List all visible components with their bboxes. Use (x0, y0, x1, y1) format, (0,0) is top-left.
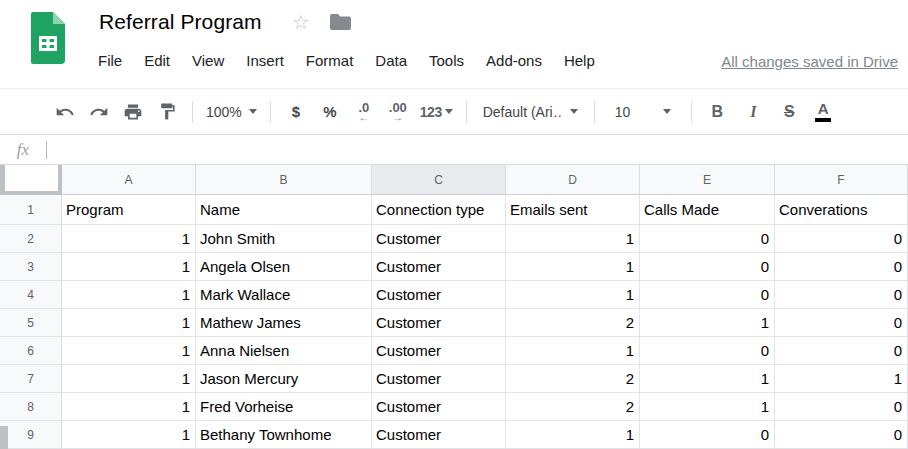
cell-D3[interactable]: 1 (506, 253, 640, 281)
cell-D7[interactable]: 2 (506, 365, 640, 393)
cell-D5[interactable]: 2 (506, 309, 640, 337)
cell-D1[interactable]: Emails sent (506, 195, 640, 225)
menu-data[interactable]: Data (364, 50, 418, 71)
cell-B7[interactable]: Jason Mercury (196, 365, 372, 393)
cell-A4[interactable]: 1 (62, 281, 196, 309)
cell-F7[interactable]: 1 (775, 365, 908, 393)
cell-E7[interactable]: 1 (640, 365, 775, 393)
column-header-D[interactable]: D (506, 165, 640, 195)
cell-E6[interactable]: 0 (640, 337, 775, 365)
cell-F6[interactable]: 0 (775, 337, 908, 365)
row-header-6[interactable]: 6 (0, 337, 62, 365)
decrease-decimal-button[interactable]: .0 ← (352, 99, 376, 125)
cell-F3[interactable]: 0 (775, 253, 908, 281)
cell-F5[interactable]: 0 (775, 309, 908, 337)
cell-F4[interactable]: 0 (775, 281, 908, 309)
cell-C8[interactable]: Customer (372, 393, 506, 421)
paint-format-button[interactable] (155, 99, 179, 125)
cell-B8[interactable]: Fred Vorheise (196, 393, 372, 421)
cell-A3[interactable]: 1 (62, 253, 196, 281)
star-outline-icon[interactable]: ☆ (292, 12, 310, 32)
row-header-8[interactable]: 8 (0, 393, 62, 421)
cell-C6[interactable]: Customer (372, 337, 506, 365)
column-header-C[interactable]: C (372, 165, 506, 195)
row-header-2[interactable]: 2 (0, 225, 62, 253)
menu-edit[interactable]: Edit (133, 50, 181, 71)
row-header-7[interactable]: 7 (0, 365, 62, 393)
folder-icon[interactable] (330, 14, 351, 30)
cell-A9[interactable]: 1 (62, 421, 196, 449)
cell-F2[interactable]: 0 (775, 225, 908, 253)
menu-add-ons[interactable]: Add-ons (475, 50, 553, 71)
cell-A2[interactable]: 1 (62, 225, 196, 253)
cell-A7[interactable]: 1 (62, 365, 196, 393)
font-family-select[interactable]: Default (Ari… (483, 99, 578, 125)
row-header-9[interactable]: 9 (0, 421, 62, 449)
menu-format[interactable]: Format (295, 50, 365, 71)
cell-C5[interactable]: Customer (372, 309, 506, 337)
cell-B1[interactable]: Name (196, 195, 372, 225)
menu-tools[interactable]: Tools (418, 50, 475, 71)
cell-C2[interactable]: Customer (372, 225, 506, 253)
cell-F9[interactable]: 0 (775, 421, 908, 449)
cell-E1[interactable]: Calls Made (640, 195, 775, 225)
cell-B2[interactable]: John Smith (196, 225, 372, 253)
formula-input[interactable] (47, 135, 908, 164)
cell-A8[interactable]: 1 (62, 393, 196, 421)
row-header-3[interactable]: 3 (0, 253, 62, 281)
format-percent-button[interactable]: % (318, 99, 342, 125)
bold-button[interactable]: B (705, 99, 729, 125)
zoom-select[interactable]: 100% (206, 99, 257, 125)
sheets-logo[interactable] (31, 12, 65, 64)
cell-E5[interactable]: 1 (640, 309, 775, 337)
cell-B9[interactable]: Bethany Townhome (196, 421, 372, 449)
column-header-F[interactable]: F (775, 165, 908, 195)
cell-A5[interactable]: 1 (62, 309, 196, 337)
cell-E4[interactable]: 0 (640, 281, 775, 309)
menu-insert[interactable]: Insert (235, 50, 295, 71)
cell-B5[interactable]: Mathew James (196, 309, 372, 337)
cell-B6[interactable]: Anna Nielsen (196, 337, 372, 365)
select-all-corner[interactable] (0, 165, 62, 195)
print-button[interactable] (121, 99, 145, 125)
redo-button[interactable] (87, 99, 111, 125)
menu-view[interactable]: View (181, 50, 235, 71)
menu-help[interactable]: Help (553, 50, 606, 71)
italic-button[interactable]: I (741, 99, 765, 125)
row-header-5[interactable]: 5 (0, 309, 62, 337)
cell-B3[interactable]: Angela Olsen (196, 253, 372, 281)
cell-A6[interactable]: 1 (62, 337, 196, 365)
cell-E8[interactable]: 1 (640, 393, 775, 421)
cell-A1[interactable]: Program (62, 195, 196, 225)
column-header-A[interactable]: A (62, 165, 196, 195)
document-title[interactable]: Referral Program (99, 10, 262, 34)
cell-B4[interactable]: Mark Wallace (196, 281, 372, 309)
row-header-1[interactable]: 1 (0, 195, 62, 225)
format-currency-button[interactable]: $ (284, 99, 308, 125)
number-format-menu[interactable]: 123 (420, 99, 453, 125)
cell-D2[interactable]: 1 (506, 225, 640, 253)
column-header-E[interactable]: E (640, 165, 775, 195)
cell-D9[interactable]: 1 (506, 421, 640, 449)
undo-button[interactable] (53, 99, 77, 125)
cell-C1[interactable]: Connection type (372, 195, 506, 225)
save-status-link[interactable]: All changes saved in Drive (721, 53, 898, 70)
row-header-4[interactable]: 4 (0, 281, 62, 309)
cell-F1[interactable]: Converations (775, 195, 908, 225)
cell-E2[interactable]: 0 (640, 225, 775, 253)
cell-C9[interactable]: Customer (372, 421, 506, 449)
cell-C3[interactable]: Customer (372, 253, 506, 281)
cell-D8[interactable]: 2 (506, 393, 640, 421)
cell-C7[interactable]: Customer (372, 365, 506, 393)
cell-F8[interactable]: 0 (775, 393, 908, 421)
cell-C4[interactable]: Customer (372, 281, 506, 309)
cell-E9[interactable]: 0 (640, 421, 775, 449)
strikethrough-button[interactable]: S (777, 99, 801, 125)
font-size-select[interactable]: 10 (615, 99, 672, 125)
cell-E3[interactable]: 0 (640, 253, 775, 281)
column-header-B[interactable]: B (196, 165, 372, 195)
menu-file[interactable]: File (87, 50, 133, 71)
cell-D6[interactable]: 1 (506, 337, 640, 365)
cell-D4[interactable]: 1 (506, 281, 640, 309)
increase-decimal-button[interactable]: .00 → (386, 99, 410, 125)
